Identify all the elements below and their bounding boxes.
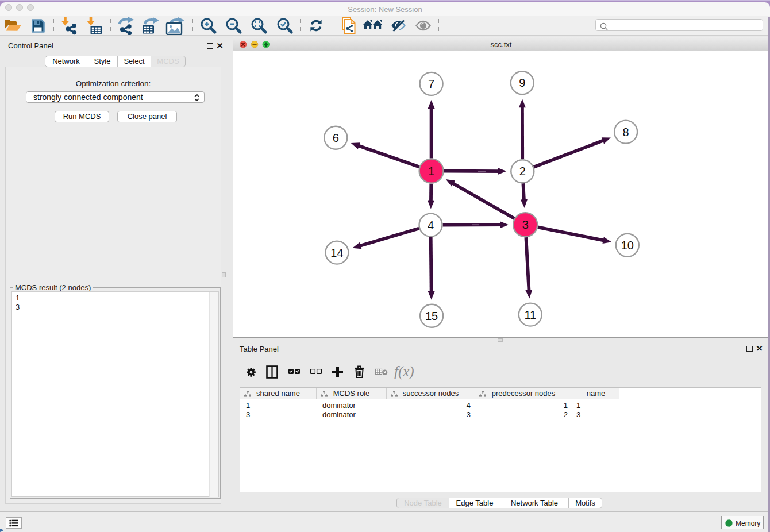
- svg-text:1: 1: [428, 165, 434, 178]
- svg-text:8: 8: [623, 126, 629, 138]
- svg-text:14: 14: [330, 246, 343, 259]
- svg-text:10: 10: [621, 239, 634, 252]
- svg-text:6: 6: [333, 132, 339, 144]
- svg-text:2: 2: [519, 165, 526, 178]
- svg-text:7: 7: [428, 78, 434, 90]
- svg-text:3: 3: [522, 218, 529, 231]
- svg-text:11: 11: [524, 309, 536, 321]
- svg-text:4: 4: [428, 219, 434, 232]
- svg-text:15: 15: [425, 310, 438, 322]
- svg-text:9: 9: [519, 76, 525, 89]
